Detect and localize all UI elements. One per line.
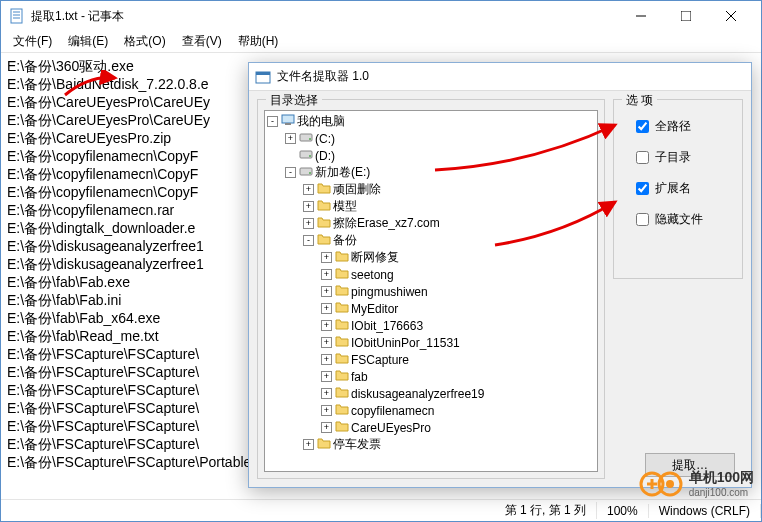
folder-icon: [317, 233, 331, 248]
tree-node-label: seetong: [351, 268, 394, 282]
svg-point-17: [309, 172, 311, 174]
tree-groupbox: 目录选择 -我的电脑+(C:)(D:)-新加卷(E:)+顽固删除+模型+擦除Er…: [257, 99, 605, 479]
status-eol: Windows (CRLF): [649, 504, 761, 518]
folder-icon: [317, 182, 331, 197]
tree-node-label: pingmushiwen: [351, 285, 428, 299]
svg-rect-9: [256, 72, 270, 75]
folder-icon: [317, 216, 331, 231]
svg-rect-10: [282, 115, 294, 123]
tree-node-label: (C:): [315, 132, 335, 146]
expand-icon[interactable]: +: [321, 405, 332, 416]
extractor-dialog: 文件名提取器 1.0 目录选择 -我的电脑+(C:)(D:)-新加卷(E:)+顽…: [248, 62, 752, 488]
tree-node-label: 停车发票: [333, 436, 381, 453]
expand-icon[interactable]: +: [321, 303, 332, 314]
menu-view[interactable]: 查看(V): [174, 31, 230, 52]
directory-tree[interactable]: -我的电脑+(C:)(D:)-新加卷(E:)+顽固删除+模型+擦除Erase_x…: [264, 110, 598, 472]
dialog-title: 文件名提取器 1.0: [277, 68, 369, 85]
folder-icon: [335, 301, 349, 316]
watermark-logo-icon: [637, 470, 685, 498]
folder-icon: [335, 386, 349, 401]
svg-point-15: [309, 155, 311, 157]
tree-node[interactable]: +顽固删除: [267, 181, 595, 198]
tree-node[interactable]: +seetong: [267, 266, 595, 283]
tree-node[interactable]: +copyfilenamecn: [267, 402, 595, 419]
close-button[interactable]: [708, 2, 753, 30]
statusbar: 第 1 行, 第 1 列 100% Windows (CRLF): [1, 499, 761, 521]
tree-node-label: 新加卷(E:): [315, 164, 370, 181]
option-fullpath[interactable]: 全路径: [636, 118, 732, 135]
minimize-button[interactable]: [618, 2, 663, 30]
folder-icon: [317, 199, 331, 214]
folder-icon: [335, 420, 349, 435]
tree-node[interactable]: +(C:): [267, 130, 595, 147]
tree-node[interactable]: (D:): [267, 147, 595, 164]
menubar: 文件(F) 编辑(E) 格式(O) 查看(V) 帮助(H): [1, 31, 761, 53]
tree-node-label: CareUEyesPro: [351, 421, 431, 435]
checkbox-subdir[interactable]: [636, 151, 649, 164]
menu-help[interactable]: 帮助(H): [230, 31, 287, 52]
tree-node[interactable]: +模型: [267, 198, 595, 215]
expand-icon[interactable]: +: [303, 184, 314, 195]
tree-node-label: IObit_176663: [351, 319, 423, 333]
tree-node-label: 备份: [333, 232, 357, 249]
expand-icon[interactable]: +: [321, 422, 332, 433]
tree-node[interactable]: +diskusageanalyzerfree19: [267, 385, 595, 402]
checkbox-hidden[interactable]: [636, 213, 649, 226]
expand-icon[interactable]: +: [321, 252, 332, 263]
expand-icon[interactable]: +: [285, 133, 296, 144]
checkbox-fullpath[interactable]: [636, 120, 649, 133]
folder-icon: [335, 403, 349, 418]
expand-icon[interactable]: +: [303, 201, 314, 212]
expand-icon[interactable]: +: [303, 218, 314, 229]
tree-node[interactable]: -备份: [267, 232, 595, 249]
tree-node[interactable]: +CareUEyesPro: [267, 419, 595, 436]
status-position: 第 1 行, 第 1 列: [495, 502, 597, 519]
expand-icon[interactable]: +: [321, 286, 332, 297]
expand-icon[interactable]: +: [321, 320, 332, 331]
tree-node[interactable]: +擦除Erase_xz7.com: [267, 215, 595, 232]
titlebar: 提取1.txt - 记事本: [1, 1, 761, 31]
tree-node-label: 我的电脑: [297, 113, 345, 130]
svg-rect-5: [681, 11, 691, 21]
expand-icon[interactable]: +: [321, 337, 332, 348]
folder-icon: [335, 335, 349, 350]
tree-node[interactable]: +IObitUninPor_11531: [267, 334, 595, 351]
tree-node[interactable]: +停车发票: [267, 436, 595, 453]
tree-node[interactable]: +断网修复: [267, 249, 595, 266]
expand-icon[interactable]: +: [321, 371, 332, 382]
option-hidden[interactable]: 隐藏文件: [636, 211, 732, 228]
watermark-brand: 单机100网: [689, 469, 754, 487]
tree-node[interactable]: -我的电脑: [267, 113, 595, 130]
tree-node-label: (D:): [315, 149, 335, 163]
tree-node[interactable]: +fab: [267, 368, 595, 385]
tree-node[interactable]: +pingmushiwen: [267, 283, 595, 300]
tree-node[interactable]: +MyEditor: [267, 300, 595, 317]
svg-rect-11: [285, 123, 291, 125]
collapse-icon[interactable]: -: [285, 167, 296, 178]
checkbox-ext[interactable]: [636, 182, 649, 195]
collapse-icon[interactable]: -: [267, 116, 278, 127]
tree-node-label: 擦除Erase_xz7.com: [333, 215, 440, 232]
menu-format[interactable]: 格式(O): [116, 31, 173, 52]
options-groupbox: 选 项 全路径 子目录 扩展名 隐藏文件: [613, 99, 743, 279]
option-ext[interactable]: 扩展名: [636, 180, 732, 197]
folder-icon: [317, 437, 331, 452]
menu-edit[interactable]: 编辑(E): [60, 31, 116, 52]
collapse-icon[interactable]: -: [303, 235, 314, 246]
options-group-title: 选 项: [622, 92, 657, 109]
expand-icon[interactable]: +: [321, 354, 332, 365]
menu-file[interactable]: 文件(F): [5, 31, 60, 52]
tree-node[interactable]: +FSCapture: [267, 351, 595, 368]
status-zoom: 100%: [597, 504, 649, 518]
expand-icon[interactable]: +: [303, 439, 314, 450]
watermark: 单机100网 danji100.com: [637, 469, 754, 498]
tree-node[interactable]: -新加卷(E:): [267, 164, 595, 181]
svg-rect-0: [11, 9, 22, 23]
maximize-button[interactable]: [663, 2, 708, 30]
tree-group-title: 目录选择: [266, 92, 322, 109]
option-subdir[interactable]: 子目录: [636, 149, 732, 166]
tree-node-label: FSCapture: [351, 353, 409, 367]
expand-icon[interactable]: +: [321, 388, 332, 399]
expand-icon[interactable]: +: [321, 269, 332, 280]
tree-node[interactable]: +IObit_176663: [267, 317, 595, 334]
